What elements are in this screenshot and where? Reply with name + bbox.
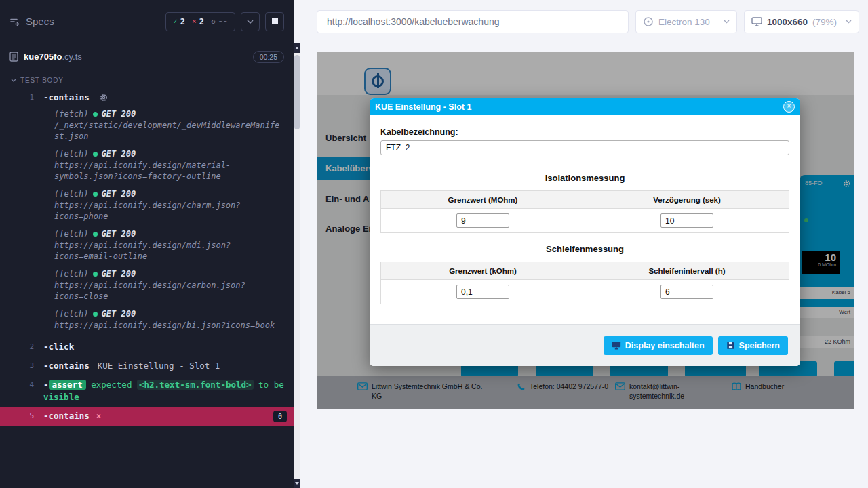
schleifenintervall-input[interactable] xyxy=(660,285,713,299)
network-log-entry[interactable]: (fetch)GET 200 https://api.iconify.desig… xyxy=(54,188,284,222)
scroll-down-button[interactable] xyxy=(294,479,300,488)
reporter-controls: ✓2 ×2 ↻-- xyxy=(165,12,284,31)
failed-count: 2 xyxy=(199,17,204,26)
runner-area: http://localhost:3000/kabelueberwachung … xyxy=(300,0,868,488)
spec-file-name: kue705fo.cy.ts xyxy=(24,52,82,62)
assert-to-be: to be xyxy=(258,380,284,390)
network-log-entry[interactable]: (fetch)GET 200 https://api.iconify.desig… xyxy=(54,148,284,182)
command-number: 4 xyxy=(0,379,34,391)
kue-settings-modal: KUE Einstellung - Slot 1 × Kabelbezeichn… xyxy=(370,98,800,366)
command-contains-2[interactable]: 3 -containsKUE Einstellung - Slot 1 xyxy=(0,357,294,375)
close-icon[interactable]: × xyxy=(783,101,795,113)
assert-body: -assert expected <h2.text-sm.font-bold> … xyxy=(43,380,284,402)
command-number: 3 xyxy=(0,360,34,372)
command-click[interactable]: 2 -click xyxy=(0,338,294,357)
electron-icon xyxy=(643,16,654,27)
grenzwert-kohm-input[interactable] xyxy=(456,285,509,299)
network-log-entry[interactable]: (fetch)GET 200 https://api.iconify.desig… xyxy=(54,308,284,331)
network-log-entry[interactable]: (fetch)GET 200 https://api.iconify.desig… xyxy=(54,228,284,262)
spec-name-base: kue705fo xyxy=(24,52,62,62)
grenzwert-mohm-input[interactable] xyxy=(456,214,509,228)
chevron-down-icon xyxy=(247,20,254,24)
command-assert[interactable]: 4 -assert expected <h2.text-sm.font-bold… xyxy=(0,375,294,407)
save-floppy-icon xyxy=(726,341,735,350)
success-dot-icon xyxy=(93,312,98,317)
check-icon: ✓ xyxy=(173,17,178,26)
spec-file-row[interactable]: kue705fo.cy.ts 00:25 xyxy=(0,43,294,70)
command-name: -click xyxy=(43,342,74,352)
assert-selector: <h2.text-sm.font-bold> xyxy=(137,380,254,390)
network-log-entry[interactable]: (fetch)GET 200 https://api.iconify.desig… xyxy=(54,268,284,302)
spec-file-icon xyxy=(9,52,18,62)
schleifen-title: Schleifenmessung xyxy=(380,244,789,254)
browser-select[interactable]: Electron 130 xyxy=(635,10,737,33)
chevron-down-icon xyxy=(846,20,852,24)
stop-run-button[interactable] xyxy=(265,12,284,31)
match-count-badge: 0 xyxy=(273,411,287,422)
fetch-tag: (fetch) xyxy=(54,308,89,320)
command-contains-1[interactable]: 1 -contains xyxy=(0,88,294,108)
specs-menu-button[interactable]: Specs xyxy=(9,16,54,27)
fetch-url: /_next/static/development/_devMiddleware… xyxy=(54,120,284,142)
spec-timer: 00:25 xyxy=(253,51,284,63)
viewport-select[interactable]: 1000x660 (79%) xyxy=(744,10,859,33)
fetch-url: https://api.iconify.design/mdi.json?icon… xyxy=(54,240,284,262)
specs-list-icon xyxy=(9,17,20,26)
save-button[interactable]: Speichern xyxy=(718,336,788,355)
command-name: -contains xyxy=(43,92,90,102)
url-bar[interactable]: http://localhost:3000/kabelueberwachung xyxy=(317,10,629,33)
viewport-zoom: (79%) xyxy=(812,17,837,27)
reporter-scrollbar[interactable] xyxy=(294,43,300,488)
assert-expected: expected xyxy=(91,380,132,390)
collapse-panel-button[interactable] xyxy=(241,12,260,31)
network-log-entry[interactable]: (fetch)GET 200 /_next/static/development… xyxy=(54,108,284,142)
iso-val1-cell xyxy=(381,209,585,233)
modal-body: Kabelbezeichnung: Isolationsmessung Gren… xyxy=(370,115,800,324)
fetch-status: GET 200 xyxy=(102,228,136,240)
success-dot-icon xyxy=(93,152,98,157)
iso-col1-header: Grenzwert (MOhm) xyxy=(381,191,585,209)
fetch-tag: (fetch) xyxy=(54,148,89,160)
assert-chip: assert xyxy=(49,380,86,390)
test-body-toggle[interactable]: TEST BODY xyxy=(0,70,294,88)
display-on-button[interactable]: Display einschalten xyxy=(604,336,713,355)
command-number: 5 xyxy=(0,410,34,422)
save-label: Speichern xyxy=(739,341,780,350)
command-number: 1 xyxy=(0,92,34,104)
stop-icon xyxy=(272,18,278,24)
x-icon: × xyxy=(192,17,197,26)
fetch-url: https://api.iconify.design/charm.json?ic… xyxy=(54,200,284,222)
isolation-title: Isolationsmessung xyxy=(380,173,789,183)
passed-stat: ✓2 xyxy=(173,17,185,26)
modal-title: KUE Einstellung - Slot 1 xyxy=(375,102,471,112)
options-gear-icon xyxy=(100,93,108,105)
success-dot-icon xyxy=(93,192,98,197)
command-number: 2 xyxy=(0,341,34,353)
fail-x-icon: × xyxy=(96,410,102,422)
fetch-status: GET 200 xyxy=(102,188,136,200)
test-stats: ✓2 ×2 ↻-- xyxy=(165,12,235,31)
fetch-status: GET 200 xyxy=(102,148,136,160)
triangle-up-icon xyxy=(295,47,299,49)
cypress-reporter: Specs ✓2 ×2 ↻-- kue705fo.cy.ts 00:25 TES… xyxy=(0,0,294,488)
browser-name: Electron 130 xyxy=(658,17,710,27)
fetch-tag: (fetch) xyxy=(54,188,89,200)
fetch-tag: (fetch) xyxy=(54,268,89,280)
monitor-icon xyxy=(751,17,762,26)
iso-val2-cell xyxy=(585,209,789,233)
test-body-label: TEST BODY xyxy=(20,77,64,84)
fetch-tag: (fetch) xyxy=(54,108,89,120)
assert-visible: visible xyxy=(43,392,79,402)
verzoegerung-input[interactable] xyxy=(660,214,713,228)
failed-stat: ×2 xyxy=(192,17,204,26)
kabel-input[interactable] xyxy=(380,140,789,155)
runner-header: http://localhost:3000/kabelueberwachung … xyxy=(300,0,868,43)
scrollbar-thumb[interactable] xyxy=(294,55,300,129)
fetch-status: GET 200 xyxy=(102,268,136,280)
spec-name-ext: .cy.ts xyxy=(62,52,81,62)
command-contains-failed[interactable]: 5 -contains × 0 xyxy=(0,407,294,426)
fetch-status: GET 200 xyxy=(102,108,136,120)
scroll-up-button[interactable] xyxy=(294,43,300,53)
kabel-label: Kabelbezeichnung: xyxy=(380,127,789,137)
chevron-down-icon xyxy=(11,79,16,82)
